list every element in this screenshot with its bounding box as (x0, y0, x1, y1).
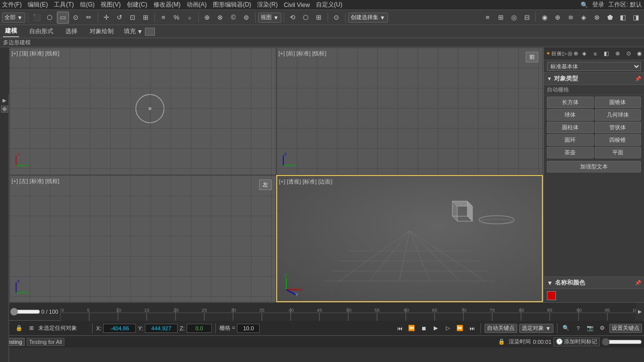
menu-animation[interactable]: 动画(A) (187, 1, 207, 9)
viewport-front[interactable]: [+] [前] [标准] [线框] 前 Y Z (276, 47, 543, 175)
menu-civil-view[interactable]: Civil View (284, 2, 310, 9)
bb-timeline-scrubber[interactable] (602, 338, 642, 346)
snap-btn[interactable]: ⬦ (184, 12, 196, 24)
viewport-perspective[interactable]: [+] [透视] [标准] [边面] (276, 175, 543, 303)
viewport-left[interactable]: [+] [左] [标准] [线框] 左 X Z (9, 175, 276, 303)
sb-goto-end-btn[interactable]: ⏭ (467, 323, 477, 333)
animation-toggle-btn[interactable]: ▶ (1, 97, 8, 104)
menu-search-icon[interactable]: 🔍 (581, 2, 588, 9)
select-region-mode-btn[interactable]: ⬡ (300, 12, 312, 24)
menu-group[interactable]: 组(G) (80, 1, 95, 9)
menu-graph-editor[interactable]: 图形编辑器(D) (213, 1, 252, 9)
rp-display-btn[interactable]: ◎ (568, 49, 573, 59)
spinner-snap-btn[interactable]: ⊚ (240, 12, 253, 24)
rp-extra6-btn[interactable]: ◉ (634, 49, 644, 59)
selection-set-dropdown[interactable]: 创建选择集 ▼ (348, 13, 388, 23)
menu-login[interactable]: 登录 (592, 1, 604, 9)
rp-hierarchy-btn[interactable]: ⊞ (557, 49, 561, 59)
undo-btn[interactable]: ⟲ (287, 12, 299, 24)
sb-play-sel-btn[interactable]: ▷ (443, 323, 453, 333)
subtb-paint[interactable]: 对象绘制 (88, 26, 116, 37)
sb-camera-btn[interactable]: 📷 (585, 323, 595, 333)
sb-select-object-dropdown[interactable]: 选定对象 ▼ (519, 324, 553, 333)
sb-lock-icon[interactable]: 🔒 (14, 323, 24, 333)
rp-btn-torus[interactable]: 圆环 (547, 134, 594, 146)
select-region-btn[interactable]: ⬡ (44, 12, 56, 24)
anim-icon-btn[interactable] (1, 106, 8, 113)
rp-modify-btn[interactable]: ⊟ (551, 49, 556, 59)
menu-render[interactable]: 渲染(R) (257, 1, 278, 9)
mirror-btn[interactable]: ⊞ (140, 12, 152, 24)
rp-btn-pyramid[interactable]: 四棱锥 (595, 134, 641, 146)
menu-file[interactable]: 文件(F) (2, 1, 22, 9)
populate-btn[interactable]: ⊕ (551, 12, 564, 24)
sb-play-btn[interactable]: ▶ (431, 323, 441, 333)
view-dropdown[interactable]: 视图 ▼ (258, 13, 281, 23)
sb-help-btn[interactable]: ? (573, 323, 583, 333)
rp-extra1-btn[interactable]: ◈ (579, 49, 589, 59)
snap3d-btn[interactable]: ⊕ (201, 12, 213, 24)
z-input[interactable] (187, 324, 212, 333)
menu-customize[interactable]: 自定义(U) (316, 1, 343, 9)
bb-add-timestamp-btn[interactable]: 🕐 添加时间标记 (553, 337, 600, 346)
menu-view[interactable]: 视图(V) (101, 1, 121, 9)
menu-tools[interactable]: 工具(T) (54, 1, 73, 9)
sb-next-frame-btn[interactable]: ⏩ (455, 323, 465, 333)
extra1-btn[interactable]: ◧ (617, 12, 629, 24)
rp-btn-teapot[interactable]: 茶壶 (547, 147, 594, 158)
rp-btn-tube[interactable]: 管状体 (595, 122, 641, 133)
obj-paint-btn[interactable]: ◉ (538, 12, 550, 24)
angle-snap-btn[interactable]: ⊗ (214, 12, 226, 24)
rotate-btn[interactable]: ↺ (114, 12, 126, 24)
rp-section-select[interactable]: 标准基本体 (547, 62, 641, 71)
display-btn[interactable]: ◎ (508, 12, 520, 24)
cap-btn[interactable]: ⬟ (604, 12, 616, 24)
rectangular-select-btn[interactable]: ▭ (57, 12, 69, 24)
rp-btn-geosphere[interactable]: 几何球体 (595, 109, 641, 121)
color-swatch[interactable] (547, 291, 556, 300)
viewport-top[interactable]: [+] [顶] [标准] [线框] Y X (9, 47, 276, 175)
lasso-select-btn[interactable]: ⊙ (70, 12, 82, 24)
subtb-modeling[interactable]: 建模 (3, 26, 19, 37)
rp-motion-btn[interactable]: ▷ (562, 49, 567, 59)
subtb-select[interactable]: 选择 (63, 26, 79, 37)
menu-edit[interactable]: 编辑(E) (28, 1, 48, 9)
reactor-btn[interactable]: ⊗ (591, 12, 603, 24)
paint-select-btn[interactable]: ✏ (83, 12, 95, 24)
rp-btn-cone[interactable]: 圆锥体 (595, 97, 641, 108)
object-type-pin[interactable]: 📌 (635, 76, 641, 81)
timeline-ruler[interactable]: 0 5 10 15 20 25 30 35 40 (60, 303, 636, 321)
sb-prev-frame-btn[interactable]: ⏪ (407, 323, 417, 333)
name-color-pin[interactable]: 📌 (635, 280, 641, 286)
graphite-tools-btn[interactable]: ⊙ (331, 12, 343, 24)
transform-btn[interactable]: ⊞ (313, 12, 325, 24)
rp-btn-sphere[interactable]: 球体 (547, 109, 594, 121)
select-all-dropdown[interactable]: 全部 ▼ (2, 13, 25, 23)
percent-btn[interactable]: % (171, 12, 183, 24)
rp-btn-plane[interactable]: 平面 (595, 147, 641, 158)
rp-btn-box[interactable]: 长方体 (547, 97, 594, 108)
subtb-freeform[interactable]: 自由形式 (27, 26, 55, 37)
y-input[interactable] (145, 324, 178, 333)
sb-stop-btn[interactable]: ⏹ (419, 323, 429, 333)
sb-search-btn[interactable]: 🔍 (561, 323, 571, 333)
fill-select-dropdown[interactable]: 填充 ▼ (124, 27, 155, 36)
sb-auto-keypoint-btn[interactable]: 自动关键点 (485, 324, 517, 333)
utilities-btn[interactable]: ⊟ (521, 12, 533, 24)
sb-settings-btn[interactable]: ⚙ (597, 323, 607, 333)
align-btn[interactable]: ≡ (157, 12, 170, 24)
scale-btn[interactable]: ⊡ (127, 12, 139, 24)
menu-workspace[interactable]: 工作区: 默认 (608, 1, 642, 9)
select-object-btn[interactable]: ⬛ (31, 12, 43, 24)
rp-extra3-btn[interactable]: ◧ (601, 49, 611, 59)
rp-extra4-btn[interactable]: ⊗ (612, 49, 622, 59)
timeline-scroll-right[interactable]: ▶ (636, 303, 644, 321)
hierarchy-btn[interactable]: ⊞ (495, 12, 507, 24)
timeline-slider[interactable] (10, 308, 40, 316)
percent-snap-btn[interactable]: © (227, 12, 239, 24)
rp-extra5-btn[interactable]: ⊙ (623, 49, 633, 59)
x-input[interactable] (103, 324, 136, 333)
extra2-btn[interactable]: ◨ (630, 12, 642, 24)
rp-extra2-btn[interactable]: ≡ (590, 49, 600, 59)
rp-create-btn[interactable]: ✦ (546, 49, 550, 59)
